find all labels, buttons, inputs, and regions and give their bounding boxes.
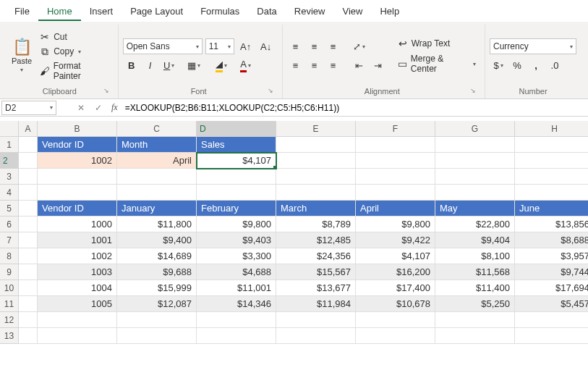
active-cell[interactable]: $4,107 xyxy=(197,153,276,169)
orientation-icon[interactable]: ⤢ xyxy=(351,38,368,54)
cancel-formula-icon[interactable]: ✕ xyxy=(72,103,90,113)
row-header[interactable]: 12 xyxy=(0,312,19,328)
cell[interactable]: $14,689 xyxy=(117,248,197,264)
cell[interactable] xyxy=(19,185,38,201)
row-header[interactable]: 2 xyxy=(0,153,19,169)
comma-format-icon[interactable]: , xyxy=(527,57,545,73)
cell[interactable] xyxy=(19,232,38,248)
cell[interactable] xyxy=(276,153,356,169)
cell[interactable]: 1003 xyxy=(38,264,117,280)
cell[interactable] xyxy=(276,137,356,153)
row-header[interactable]: 5 xyxy=(0,201,19,216)
cell[interactable]: Month xyxy=(117,137,197,153)
cell[interactable]: $9,404 xyxy=(435,232,515,248)
col-header[interactable]: C xyxy=(117,121,197,137)
tab-help[interactable]: Help xyxy=(371,1,408,21)
cell[interactable]: $8,100 xyxy=(435,248,515,264)
row-header[interactable]: 6 xyxy=(0,216,19,232)
cell[interactable] xyxy=(197,185,276,201)
cell[interactable]: $11,984 xyxy=(276,296,356,312)
col-header[interactable]: D xyxy=(197,121,276,137)
fx-icon[interactable]: fx xyxy=(107,102,122,113)
cell[interactable] xyxy=(356,185,435,201)
align-bottom-icon[interactable]: ≡ xyxy=(325,38,342,54)
align-middle-icon[interactable]: ≡ xyxy=(306,38,323,54)
row-header[interactable]: 9 xyxy=(0,264,19,280)
formula-input[interactable] xyxy=(122,101,588,115)
tab-home[interactable]: Home xyxy=(38,1,81,21)
tab-file[interactable]: File xyxy=(6,1,38,21)
cell[interactable] xyxy=(19,201,38,216)
cell[interactable] xyxy=(276,185,356,201)
cell[interactable]: $11,800 xyxy=(117,216,197,232)
cell[interactable] xyxy=(435,169,515,185)
cell[interactable]: March xyxy=(276,201,356,216)
cell[interactable] xyxy=(38,185,117,201)
cell[interactable]: $17,694 xyxy=(515,280,588,296)
align-center-icon[interactable]: ≡ xyxy=(306,57,323,73)
select-all-corner[interactable] xyxy=(0,121,19,137)
cell[interactable] xyxy=(515,185,588,201)
wrap-text-button[interactable]: ↩Wrap Text xyxy=(396,37,477,50)
cell[interactable] xyxy=(197,312,276,328)
cut-button[interactable]: ✂Cut xyxy=(38,30,111,43)
cell[interactable]: $10,678 xyxy=(356,296,435,312)
cell[interactable]: $15,999 xyxy=(117,280,197,296)
cell[interactable] xyxy=(435,312,515,328)
align-top-icon[interactable]: ≡ xyxy=(287,38,304,54)
cell[interactable] xyxy=(19,296,38,312)
cell[interactable] xyxy=(515,153,588,169)
cell[interactable] xyxy=(276,328,356,344)
tab-formulas[interactable]: Formulas xyxy=(192,1,248,21)
cell[interactable]: $9,800 xyxy=(356,216,435,232)
cell[interactable] xyxy=(117,169,197,185)
cell[interactable]: April xyxy=(117,153,197,169)
cell[interactable] xyxy=(435,185,515,201)
format-painter-button[interactable]: 🖌Format Painter xyxy=(38,60,111,82)
cell[interactable] xyxy=(515,137,588,153)
borders-button[interactable]: ▦ xyxy=(185,57,203,73)
cell[interactable] xyxy=(435,137,515,153)
cell[interactable]: $11,001 xyxy=(197,280,276,296)
cell[interactable]: $24,356 xyxy=(276,248,356,264)
fill-color-button[interactable]: ◢ xyxy=(210,57,233,73)
accounting-format-icon[interactable]: $ xyxy=(490,57,507,73)
tab-view[interactable]: View xyxy=(333,1,371,21)
cell[interactable] xyxy=(117,185,197,201)
cell[interactable]: January xyxy=(117,201,197,216)
tab-data[interactable]: Data xyxy=(248,1,285,21)
font-size-select[interactable]: 11▾ xyxy=(205,38,234,54)
font-launcher-icon[interactable]: ↘ xyxy=(266,87,275,96)
percent-format-icon[interactable]: % xyxy=(508,57,526,73)
number-format-select[interactable]: Currency▾ xyxy=(490,38,576,54)
cell[interactable] xyxy=(515,169,588,185)
cell[interactable]: $13,677 xyxy=(276,280,356,296)
clipboard-launcher-icon[interactable]: ↘ xyxy=(102,87,111,96)
col-header[interactable]: G xyxy=(435,121,515,137)
cell[interactable] xyxy=(38,312,117,328)
cell[interactable]: February xyxy=(197,201,276,216)
cell[interactable]: June xyxy=(515,201,588,216)
cell[interactable] xyxy=(19,280,38,296)
cell[interactable]: 1002 xyxy=(38,248,117,264)
cell[interactable]: $3,300 xyxy=(197,248,276,264)
cell[interactable]: 1000 xyxy=(38,216,117,232)
row-header[interactable]: 4 xyxy=(0,185,19,201)
cell[interactable]: $13,856 xyxy=(515,216,588,232)
cell[interactable] xyxy=(38,169,117,185)
cell[interactable] xyxy=(515,312,588,328)
cell[interactable]: $14,346 xyxy=(197,296,276,312)
cell[interactable] xyxy=(19,264,38,280)
cell[interactable] xyxy=(38,328,117,344)
cell[interactable]: $16,200 xyxy=(356,264,435,280)
cell[interactable] xyxy=(435,153,515,169)
cell[interactable]: $4,688 xyxy=(197,264,276,280)
font-color-button[interactable]: A xyxy=(234,57,257,73)
decrease-indent-icon[interactable]: ⇤ xyxy=(351,57,368,73)
tab-insert[interactable]: Insert xyxy=(81,1,122,21)
col-header[interactable]: H xyxy=(515,121,588,137)
cell[interactable]: 1001 xyxy=(38,232,117,248)
cell[interactable] xyxy=(197,328,276,344)
cell[interactable]: $15,567 xyxy=(276,264,356,280)
row-header[interactable]: 13 xyxy=(0,328,19,344)
